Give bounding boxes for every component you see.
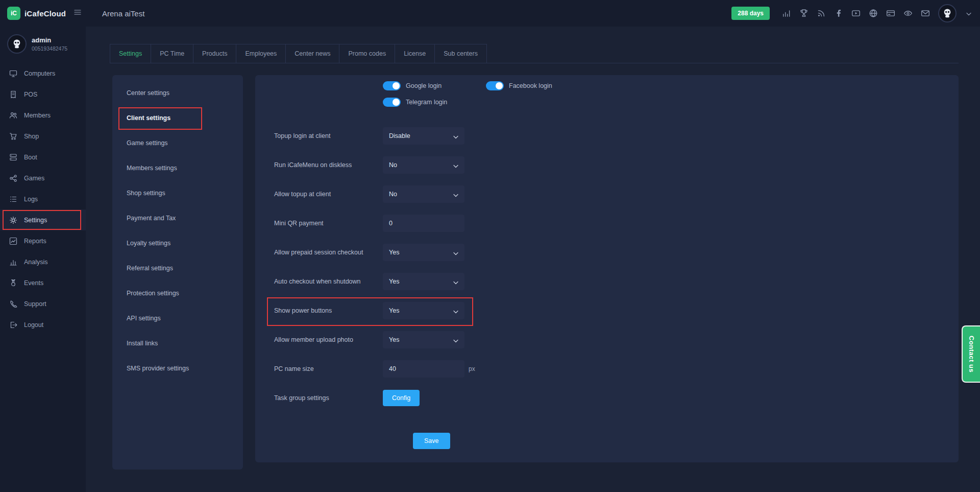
monitor-icon <box>9 69 17 78</box>
topbar-avatar[interactable] <box>938 4 957 22</box>
sidebar-item-logs[interactable]: Logs <box>0 189 86 209</box>
stats-icon-button[interactable] <box>782 9 791 18</box>
tab-promo-codes[interactable]: Promo codes <box>339 44 395 63</box>
tab-license[interactable]: License <box>395 44 435 63</box>
sidebar-item-label: Logout <box>24 321 43 329</box>
facebook-icon-button[interactable] <box>834 9 843 18</box>
settings-nav-item-protection-settings[interactable]: Protection settings <box>112 280 243 306</box>
allow-topup-at-client-select[interactable]: No <box>383 185 464 203</box>
topbar: iC iCafeCloud Arena aiTest 288 days <box>0 0 980 27</box>
show-power-buttons-select[interactable]: Yes <box>383 302 464 319</box>
settings-nav-card: Center settingsClient settingsGame setti… <box>112 75 243 470</box>
sidebar-item-members[interactable]: Members <box>0 105 86 126</box>
card-icon-button[interactable] <box>886 9 895 18</box>
sidebar-item-shop[interactable]: Shop <box>0 126 86 147</box>
telegram-login-switch[interactable] <box>383 98 401 107</box>
row-label: Run iCafeMenu on diskless <box>274 161 383 169</box>
tab-pc-time[interactable]: PC Time <box>151 44 193 63</box>
settings-nav-item-referral-settings[interactable]: Referral settings <box>112 255 243 280</box>
settings-nav-item-game-settings[interactable]: Game settings <box>112 130 243 155</box>
google-login-switch[interactable] <box>383 81 401 90</box>
youtube-icon-button[interactable] <box>851 9 861 18</box>
menu-icon <box>74 8 82 16</box>
settings-nav-label: Game settings <box>127 139 168 147</box>
facebook-login-switch[interactable] <box>486 81 504 90</box>
mail-icon <box>921 9 930 18</box>
sidebar-menu: ComputersPOSMembersShopBootGamesLogsSett… <box>0 63 86 335</box>
tab-employees[interactable]: Employees <box>236 44 286 63</box>
tab-products[interactable]: Products <box>193 44 236 63</box>
run-icafemenu-on-diskless-select[interactable]: No <box>383 156 464 174</box>
topbar-icon-row <box>782 9 930 18</box>
sidebar-item-events[interactable]: Events <box>0 272 86 293</box>
tabs-bar: SettingsPC TimeProductsEmployeesCenter n… <box>110 44 959 63</box>
form-row-task-group-settings: Task group settingsConfig <box>274 389 938 407</box>
skull-avatar-icon <box>9 36 24 52</box>
select-value: Yes <box>389 336 399 343</box>
chevron-down-icon <box>965 10 973 18</box>
sidebar-item-support[interactable]: Support <box>0 293 86 314</box>
trophy-icon-button[interactable] <box>799 9 808 18</box>
logout-icon <box>9 321 17 329</box>
avatar-chevron-icon[interactable] <box>965 10 972 17</box>
globe-icon-button[interactable] <box>869 9 878 18</box>
sidebar-item-label: Shop <box>24 133 39 140</box>
subscription-days-badge[interactable]: 288 days <box>731 7 770 20</box>
pc-name-size-input[interactable] <box>383 360 464 378</box>
sidebar-item-logout[interactable]: Logout <box>0 314 86 335</box>
content-row: Center settingsClient settingsGame setti… <box>112 75 959 470</box>
row-label: Mini QR payment <box>274 220 383 227</box>
medal-icon <box>9 279 17 287</box>
settings-nav-item-payment-and-tax[interactable]: Payment and Tax <box>112 205 243 230</box>
chevron-down-icon <box>452 249 460 257</box>
cart-icon <box>9 132 17 140</box>
settings-nav-item-shop-settings[interactable]: Shop settings <box>112 180 243 205</box>
mini-qr-payment-input[interactable] <box>383 215 464 232</box>
sidebar: admin 005193482475 ComputersPOSMembersSh… <box>0 27 86 492</box>
allow-member-upload-photo-select[interactable]: Yes <box>383 331 464 348</box>
select-value: No <box>389 161 397 169</box>
config-button[interactable]: Config <box>383 390 420 406</box>
settings-nav-item-install-links[interactable]: Install links <box>112 331 243 356</box>
app-logo-icon: iC <box>7 7 20 20</box>
form-row-pc-name-size: PC name sizepx <box>274 360 938 378</box>
reviews-icon-button[interactable] <box>903 9 913 18</box>
form-row-allow-member-upload-photo: Allow member upload photoYes <box>274 331 938 348</box>
rss-icon-button[interactable] <box>817 9 826 18</box>
sidebar-item-boot[interactable]: Boot <box>0 147 86 168</box>
row-label: PC name size <box>274 365 383 372</box>
settings-nav-item-client-settings[interactable]: Client settings <box>112 105 243 130</box>
tab-settings[interactable]: Settings <box>110 44 151 63</box>
allow-prepaid-session-checkout-select[interactable]: Yes <box>383 244 464 261</box>
select-value: Yes <box>389 307 399 314</box>
topup-login-at-client-select[interactable]: Disable <box>383 127 464 145</box>
sidebar-item-computers[interactable]: Computers <box>0 63 86 84</box>
sidebar-item-analysis[interactable]: Analysis <box>0 251 86 272</box>
tab-sub-centers[interactable]: Sub centers <box>434 44 487 63</box>
settings-nav-label: Shop settings <box>127 190 165 197</box>
settings-nav-item-center-settings[interactable]: Center settings <box>112 80 243 105</box>
save-button[interactable]: Save <box>413 433 450 449</box>
menu-icon[interactable] <box>74 8 84 18</box>
settings-nav-item-api-settings[interactable]: API settings <box>112 306 243 331</box>
globe-icon <box>869 9 878 18</box>
mail-icon-button[interactable] <box>921 9 930 18</box>
toggle-label: Telegram login <box>406 99 447 106</box>
tab-center-news[interactable]: Center news <box>285 44 339 63</box>
trophy-icon <box>799 9 808 18</box>
settings-nav-label: Protection settings <box>127 290 179 297</box>
sidebar-item-games[interactable]: Games <box>0 168 86 189</box>
auto-checkout-when-shutdown-select[interactable]: Yes <box>383 273 464 290</box>
sidebar-item-settings[interactable]: Settings <box>0 209 86 230</box>
user-info: admin 005193482475 <box>32 36 67 52</box>
settings-nav-item-loyalty-settings[interactable]: Loyalty settings <box>112 230 243 255</box>
settings-nav-item-sms-provider-settings[interactable]: SMS provider settings <box>112 356 243 381</box>
page-title: Arena aiTest <box>102 9 144 18</box>
form-rows: Topup login at clientDisableRun iCafeMen… <box>274 127 938 407</box>
sidebar-item-pos[interactable]: POS <box>0 84 86 105</box>
settings-nav-item-members-settings[interactable]: Members settings <box>112 155 243 180</box>
sidebar-item-label: Computers <box>24 70 55 77</box>
row-label: Task group settings <box>274 394 383 402</box>
sidebar-item-reports[interactable]: Reports <box>0 230 86 251</box>
contact-us-tab[interactable]: Contact us <box>962 325 980 383</box>
